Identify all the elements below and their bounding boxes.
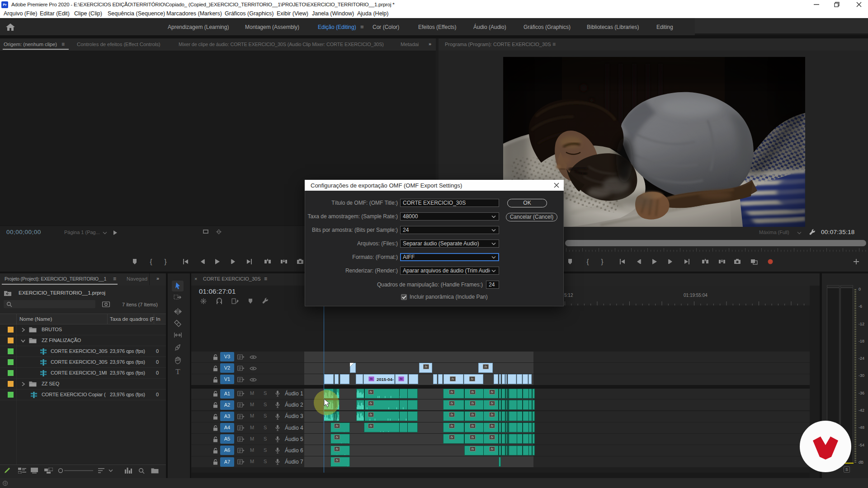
svg-text:}: } <box>601 258 603 265</box>
svg-text:T: T <box>175 367 180 376</box>
svg-text:{: { <box>586 258 589 265</box>
